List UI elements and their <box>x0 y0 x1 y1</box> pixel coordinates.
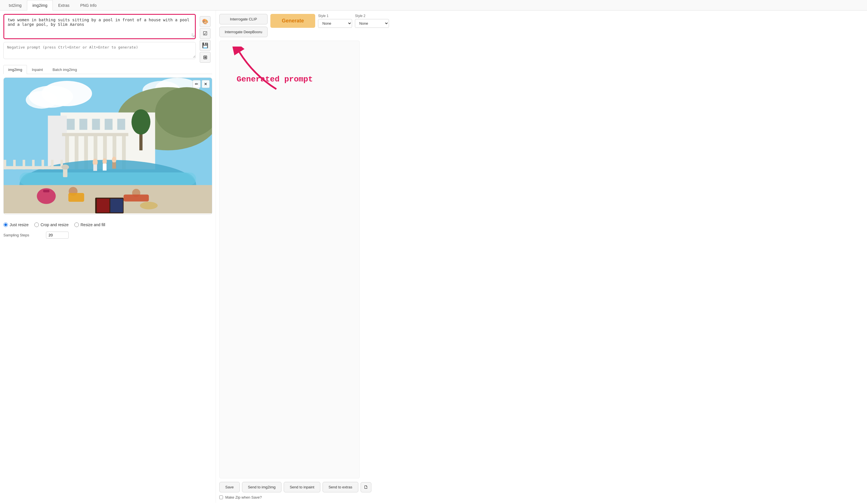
sampling-steps-label: Sampling Steps <box>3 233 43 237</box>
main-container: ⠿ 🎨 ☑ 💾 ⊞ <box>0 11 867 503</box>
grid-icon: ⊞ <box>203 54 207 61</box>
make-zip-label: Make Zip when Save? <box>225 495 262 500</box>
sub-tab-bar: img2img Inpaint Batch img2img <box>3 65 212 74</box>
check-icon: ☑ <box>203 30 207 36</box>
resize-label-just-resize: Just resize <box>10 223 29 227</box>
svg-rect-12 <box>92 119 100 130</box>
resize-option-resize-fill[interactable]: Resize and fill <box>74 223 105 227</box>
annotation-text: Generated prompt <box>237 75 313 84</box>
svg-rect-44 <box>68 193 84 202</box>
send-inpaint-button[interactable]: Send to inpaint <box>284 482 320 492</box>
style1-select[interactable]: None <box>318 19 352 28</box>
svg-rect-10 <box>67 119 75 130</box>
svg-rect-14 <box>117 119 125 130</box>
tab-txt2img[interactable]: txt2img <box>3 0 27 11</box>
image-overlay-buttons: ✏ ✕ <box>193 80 210 88</box>
style2-group: Style 2 None <box>355 14 389 28</box>
tab-png-info[interactable]: PNG Info <box>75 0 102 11</box>
resize-label-crop-resize: Crop and resize <box>41 223 69 227</box>
svg-point-24 <box>131 109 150 135</box>
image-container: ✏ ✕ <box>4 78 212 214</box>
side-icons-panel: 🎨 ☑ 💾 ⊞ <box>198 14 212 65</box>
negative-prompt-input[interactable] <box>4 42 195 58</box>
sampling-steps-input[interactable] <box>46 232 69 239</box>
prompt-wrapper: ⠿ 🎨 ☑ 💾 ⊞ <box>3 14 212 65</box>
interrogate-clip-button[interactable]: Interrogate CLIP <box>219 14 268 24</box>
svg-rect-50 <box>97 199 109 213</box>
svg-rect-34 <box>41 160 44 169</box>
svg-rect-40 <box>103 163 106 170</box>
svg-rect-11 <box>79 119 87 130</box>
positive-prompt-input[interactable] <box>4 15 195 37</box>
resize-option-crop-resize[interactable]: Crop and resize <box>34 223 69 227</box>
sub-tab-batch-img2img[interactable]: Batch img2img <box>48 65 82 74</box>
tab-img2img[interactable]: img2img <box>27 0 53 11</box>
interrogate-section: Interrogate CLIP Interrogate DeepBooru <box>219 14 268 37</box>
make-zip-checkbox[interactable] <box>219 495 223 499</box>
style-row: Style 1 None Style 2 None <box>318 14 363 28</box>
resize-radio-crop-resize[interactable] <box>34 223 39 227</box>
sampling-steps-row: Sampling Steps <box>3 230 212 240</box>
svg-rect-22 <box>62 133 129 136</box>
resize-handle: ⠿ <box>191 33 194 37</box>
output-area: Generated prompt <box>219 41 360 479</box>
uploaded-image <box>4 78 212 213</box>
save-icon: 💾 <box>202 42 208 49</box>
output-inner: Generated prompt <box>220 41 360 478</box>
svg-rect-31 <box>13 160 15 169</box>
svg-rect-27 <box>20 173 196 185</box>
svg-point-52 <box>140 202 158 210</box>
paint-icon: 🎨 <box>202 19 208 25</box>
save-button[interactable]: Save <box>219 482 240 492</box>
svg-rect-32 <box>23 160 25 169</box>
resize-radio-resize-fill[interactable] <box>74 223 79 227</box>
svg-rect-30 <box>4 160 6 169</box>
top-right-controls: Interrogate CLIP Interrogate DeepBooru G… <box>219 14 360 37</box>
bottom-buttons: Save Send to img2img Send to inpaint Sen… <box>219 482 360 492</box>
sub-tab-img2img[interactable]: img2img <box>3 65 27 74</box>
svg-rect-9 <box>48 116 67 166</box>
positive-prompt-section: ⠿ <box>3 14 196 39</box>
negative-prompt-section <box>3 42 196 59</box>
left-panel: ⠿ 🎨 ☑ 💾 ⊞ <box>0 11 216 503</box>
svg-rect-42 <box>113 162 116 169</box>
svg-point-3 <box>26 91 57 109</box>
svg-point-41 <box>112 157 116 163</box>
check-icon-btn[interactable]: ☑ <box>200 28 211 39</box>
paint-icon-btn[interactable]: 🎨 <box>200 16 211 27</box>
style2-label: Style 2 <box>355 14 389 18</box>
grid-icon-btn[interactable]: ⊞ <box>200 52 211 63</box>
copy-button[interactable]: 🗋 <box>361 482 371 492</box>
interrogate-deepbooru-button[interactable]: Interrogate DeepBooru <box>219 27 268 37</box>
main-tab-bar: txt2img img2img Extras PNG Info <box>0 0 867 11</box>
send-img2img-button[interactable]: Send to img2img <box>242 482 282 492</box>
svg-rect-13 <box>105 119 113 130</box>
resize-options: Just resize Crop and resize Resize and f… <box>3 219 212 230</box>
svg-rect-38 <box>93 164 97 171</box>
make-zip-row: Make Zip when Save? <box>219 495 360 500</box>
close-icon: ✕ <box>204 82 207 86</box>
resize-label-resize-fill: Resize and fill <box>81 223 105 227</box>
svg-rect-46 <box>124 194 149 201</box>
close-image-btn[interactable]: ✕ <box>202 80 210 88</box>
prompt-input-area: ⠿ <box>3 14 196 65</box>
svg-rect-48 <box>43 190 49 192</box>
copy-icon: 🗋 <box>364 485 368 490</box>
tab-extras[interactable]: Extras <box>53 0 75 11</box>
style1-label: Style 1 <box>318 14 352 18</box>
annotation-arrow <box>231 46 288 98</box>
svg-rect-35 <box>51 160 54 169</box>
edit-image-btn[interactable]: ✏ <box>193 80 201 88</box>
style1-group: Style 1 None <box>318 14 352 28</box>
generate-button[interactable]: Generate <box>270 14 315 28</box>
resize-option-just-resize[interactable]: Just resize <box>3 223 29 227</box>
sub-tab-inpaint[interactable]: Inpaint <box>27 65 48 74</box>
send-extras-button[interactable]: Send to extras <box>323 482 358 492</box>
resize-radio-just-resize[interactable] <box>3 223 8 227</box>
svg-rect-33 <box>32 160 35 169</box>
svg-point-54 <box>62 164 69 170</box>
style2-select[interactable]: None <box>355 19 389 28</box>
pencil-icon: ✏ <box>195 82 198 86</box>
image-upload-area[interactable]: ✏ ✕ <box>3 77 212 215</box>
save-icon-btn[interactable]: 💾 <box>200 40 211 51</box>
